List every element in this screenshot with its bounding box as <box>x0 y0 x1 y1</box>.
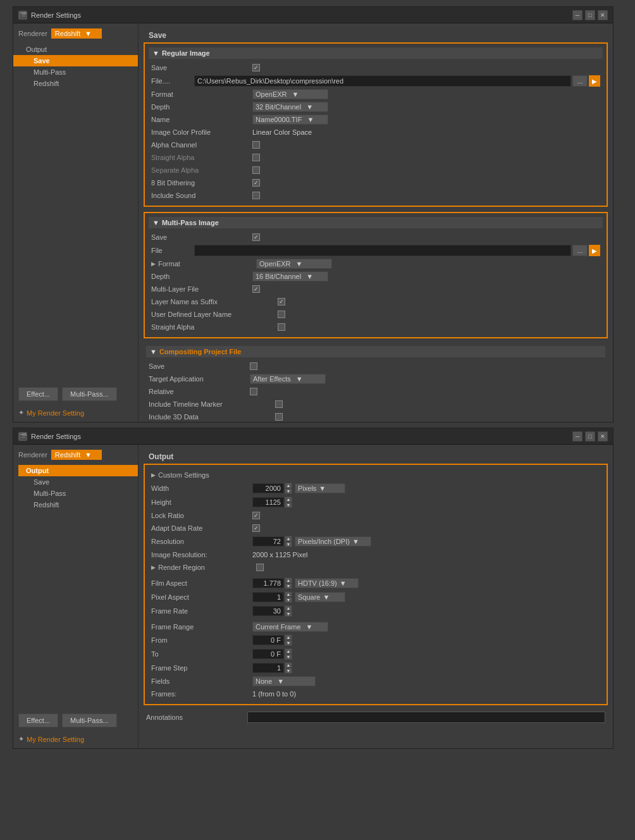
regular-file-input[interactable] <box>194 75 571 87</box>
output-resolution-spinner: ▲ ▼ <box>285 536 292 547</box>
output-pixel-aspect-input[interactable] <box>252 592 284 602</box>
multipass-user-defined-checkbox[interactable] <box>278 311 285 318</box>
regular-depth-dropdown[interactable]: 32 Bit/Channel ▼ <box>252 102 328 112</box>
output-frame-range-dropdown[interactable]: Current Frame ▼ <box>252 622 328 632</box>
output-resolution-unit-dropdown[interactable]: Pixels/Inch (DPI) ▼ <box>295 536 371 547</box>
sidebar-item-redshift-1[interactable]: Redshift <box>13 78 138 89</box>
minimize-btn-2[interactable]: ─ <box>572 431 583 442</box>
maximize-btn-1[interactable]: □ <box>585 10 595 20</box>
regular-name-row: Name Name0000.TIF ▼ <box>149 113 603 126</box>
sidebar-item-output-1[interactable]: Output <box>13 44 138 55</box>
output-from-input[interactable] <box>252 635 284 645</box>
sidebar-item-multipass-1[interactable]: Multi-Pass <box>13 66 138 78</box>
output-annotations-input[interactable] <box>247 712 605 723</box>
compositing-timeline-checkbox[interactable] <box>275 400 283 408</box>
regular-alpha-checkbox[interactable] <box>252 141 260 149</box>
multipass-file-input[interactable] <box>194 245 571 256</box>
close-btn-1[interactable]: ✕ <box>598 10 608 20</box>
effect-button-2[interactable]: Effect... <box>18 713 58 727</box>
regular-separate-alpha-label: Separate Alpha <box>151 166 252 174</box>
output-pixel-aspect-row: Pixel Aspect ▲ ▼ Square ▼ <box>149 590 603 604</box>
output-adapt-data-rate-label: Adapt Data Rate <box>151 524 252 532</box>
output-film-aspect-input[interactable] <box>252 578 284 588</box>
output-lock-ratio-checkbox[interactable] <box>252 512 260 519</box>
output-to-input[interactable] <box>252 649 284 659</box>
output-width-unit-dropdown[interactable]: Pixels ▼ <box>295 483 345 493</box>
output-frame-rate-input[interactable] <box>252 606 284 616</box>
regular-straight-alpha-checkbox[interactable] <box>252 154 260 161</box>
regular-color-profile-row: Image Color Profile Linear Color Space <box>149 126 603 139</box>
multipass-button-2[interactable]: Multi-Pass... <box>62 713 117 727</box>
from-spin-down[interactable]: ▼ <box>285 640 292 646</box>
film-aspect-spin-down[interactable]: ▼ <box>285 583 292 589</box>
output-width-input[interactable] <box>252 483 284 493</box>
regular-file-browse-btn[interactable]: ... <box>572 75 588 87</box>
compositing-header[interactable]: ▼ Compositing Project File <box>146 346 605 357</box>
multipass-file-browse-btn[interactable]: ... <box>572 245 588 256</box>
regular-straight-alpha-row: Straight Alpha <box>149 151 603 164</box>
maximize-btn-2[interactable]: □ <box>585 431 595 442</box>
regular-separate-alpha-checkbox[interactable] <box>252 166 260 174</box>
multipass-depth-dropdown[interactable]: 16 Bit/Channel ▼ <box>252 271 328 281</box>
from-spin-up[interactable]: ▲ <box>285 634 292 640</box>
sidebar-item-save-2[interactable]: Save <box>13 476 138 488</box>
multipass-layer-suffix-checkbox[interactable] <box>278 298 285 306</box>
pixel-aspect-spin-down[interactable]: ▼ <box>285 597 292 603</box>
regular-alpha-label: Alpha Channel <box>151 141 252 149</box>
frame-step-spin-up[interactable]: ▲ <box>285 662 292 668</box>
compositing-relative-checkbox[interactable] <box>250 388 257 395</box>
close-btn-2[interactable]: ✕ <box>598 431 608 442</box>
output-height-input[interactable] <box>252 497 284 507</box>
regular-include-sound-checkbox[interactable] <box>252 192 260 199</box>
my-render-setting-1[interactable]: ✦ My Render Setting <box>13 406 138 419</box>
minimize-btn-1[interactable]: ─ <box>572 10 583 20</box>
width-spin-up[interactable]: ▲ <box>285 483 292 488</box>
output-frame-step-input[interactable] <box>252 663 284 673</box>
regular-save-label: Save <box>151 64 252 71</box>
output-adapt-data-rate-checkbox[interactable] <box>252 524 260 532</box>
frame-step-spin-down[interactable]: ▼ <box>285 668 292 674</box>
sidebar-item-redshift-2[interactable]: Redshift <box>13 499 138 510</box>
film-aspect-spin-up[interactable]: ▲ <box>285 578 292 583</box>
multipass-image-header[interactable]: ▼ Multi-Pass Image <box>149 217 603 228</box>
frame-rate-spin-up[interactable]: ▲ <box>285 605 292 611</box>
renderer-dropdown-2[interactable]: Redshift ▼ <box>51 450 102 460</box>
multipass-file-arrow-btn[interactable]: ▶ <box>589 245 600 256</box>
effect-button-1[interactable]: Effect... <box>18 387 58 401</box>
to-spin-down[interactable]: ▼ <box>285 654 292 660</box>
multipass-button-1[interactable]: Multi-Pass... <box>62 387 117 401</box>
renderer-dropdown-1[interactable]: Redshift ▼ <box>51 28 102 39</box>
compositing-3d-checkbox[interactable] <box>275 413 283 421</box>
resolution-spin-up[interactable]: ▲ <box>285 536 292 541</box>
regular-bit-dithering-checkbox[interactable] <box>252 179 260 187</box>
regular-save-checkbox[interactable] <box>252 64 260 71</box>
height-spin-down[interactable]: ▼ <box>285 502 292 508</box>
pixel-aspect-spin-up[interactable]: ▲ <box>285 591 292 597</box>
output-resolution-input[interactable] <box>252 536 284 547</box>
multipass-format-dropdown[interactable]: OpenEXR ▼ <box>256 259 332 269</box>
regular-format-dropdown[interactable]: OpenEXR ▼ <box>252 89 328 99</box>
sidebar-item-output-2[interactable]: Output <box>18 465 138 476</box>
sidebar-item-multipass-2[interactable]: Multi-Pass <box>13 488 138 499</box>
compositing-timeline-row: Include Timeline Marker <box>146 398 605 411</box>
height-spin-up[interactable]: ▲ <box>285 497 292 502</box>
resolution-spin-down[interactable]: ▼ <box>285 541 292 547</box>
sidebar-item-save-1[interactable]: Save <box>13 55 138 66</box>
output-fields-dropdown[interactable]: None ▼ <box>252 676 316 686</box>
output-film-aspect-unit-dropdown[interactable]: HDTV (16:9) ▼ <box>295 578 359 588</box>
regular-bit-dithering-row: 8 Bit Dithering <box>149 176 603 189</box>
to-spin-up[interactable]: ▲ <box>285 648 292 654</box>
multipass-straight-alpha-checkbox[interactable] <box>278 323 285 331</box>
output-pixel-aspect-unit-dropdown[interactable]: Square ▼ <box>295 592 345 602</box>
frame-rate-spin-down[interactable]: ▼ <box>285 611 292 617</box>
compositing-target-app-dropdown[interactable]: After Effects ▼ <box>250 374 326 384</box>
width-spin-down[interactable]: ▼ <box>285 488 292 494</box>
compositing-save-checkbox[interactable] <box>250 362 257 370</box>
regular-name-dropdown[interactable]: Name0000.TIF ▼ <box>252 114 328 125</box>
regular-image-header[interactable]: ▼ Regular Image <box>149 47 603 59</box>
multipass-multilayer-checkbox[interactable] <box>252 285 260 293</box>
my-render-setting-2[interactable]: ✦ My Render Setting <box>13 732 138 746</box>
output-render-region-checkbox[interactable] <box>256 564 264 571</box>
multipass-save-checkbox[interactable] <box>252 233 260 241</box>
regular-file-arrow-btn[interactable]: ▶ <box>589 75 600 87</box>
